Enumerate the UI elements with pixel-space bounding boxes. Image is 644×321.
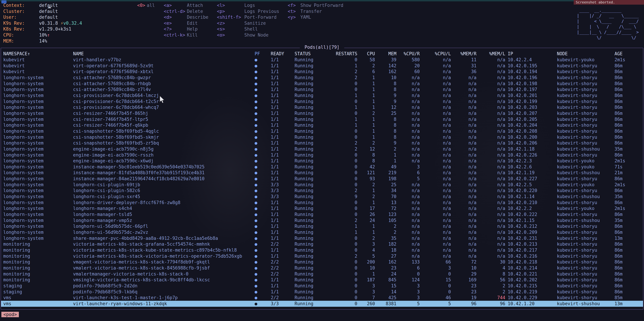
cell-cpuL: n/a (420, 110, 451, 116)
table-row[interactable]: kubevirtvirt-handler-v77bz●1/1Running058… (1, 57, 643, 63)
column-header[interactable]: %CPU/L (420, 51, 451, 57)
menu-item[interactable]: <y>YAML (288, 14, 343, 20)
table-row[interactable]: stagingpodinfo-79db68f5c9-2d2dn●1/1Runni… (1, 283, 643, 289)
menu-key: <shift-f> (217, 14, 244, 20)
cell-mem: 142 (375, 63, 396, 69)
column-header[interactable]: READY (271, 51, 294, 57)
table-row[interactable]: longhorn-systemcsi-attacher-57689cc84b-z… (1, 87, 643, 93)
table-row[interactable]: longhorn-systemlonghorn-csi-plugin-sxr45… (1, 194, 643, 200)
menu-item[interactable]: <shift-f>Port-Forward (217, 14, 279, 20)
cell-node: kubevirt-shoryu (557, 93, 614, 99)
cell-restarts: 0 (329, 211, 357, 217)
cell-memR: n/a (451, 110, 476, 116)
table-row[interactable]: longhorn-systemengine-image-ei-acb7590c-… (1, 152, 643, 158)
cell-cpu: 8 (357, 158, 375, 164)
table-row[interactable]: longhorn-systeminstance-manager-81fd5a40… (1, 170, 643, 176)
table-row[interactable]: longhorn-systemcsi-provisioner-6c78dcb66… (1, 93, 643, 99)
table-row[interactable]: longhorn-systemlonghorn-csi-plugin-582c6… (1, 188, 643, 194)
column-header[interactable]: CPU (357, 51, 375, 57)
cell-cpu: 1 (357, 75, 375, 81)
table-row[interactable]: longhorn-systemlonghorn-csi-plugin-69tjb… (1, 182, 643, 188)
cell-mem: 8 (375, 122, 396, 128)
cell-age: 35m (614, 194, 643, 200)
menu-item[interactable]: <s>Shell (217, 26, 279, 32)
menu-item[interactable]: <t>Transfer (288, 9, 343, 15)
table-row[interactable]: longhorn-systemlonghorn-ui-56d9b575dc-zw… (1, 229, 643, 235)
table-row[interactable]: longhorn-systemcsi-attacher-57689cc84b-g… (1, 75, 643, 81)
breadcrumb-pod[interactable]: <pod> (1, 312, 19, 317)
menu-label: Kill (187, 33, 198, 38)
cell-ns: longhorn-system (3, 116, 73, 122)
menu-item[interactable]: <a>Attach (164, 3, 208, 9)
table-row[interactable]: monitoringvictoria-metrics-k8s-stack-gra… (1, 241, 643, 247)
menu-item[interactable]: <l>Logs (217, 3, 279, 9)
cell-memL: n/a (476, 128, 505, 134)
cell-mem: 12 (375, 104, 396, 110)
menu-item[interactable]: <e>Edit (164, 20, 208, 26)
cell-cpuR: 3 (396, 283, 420, 289)
table-row[interactable]: longhorn-systemcsi-resizer-7466f7b45f-lt… (1, 116, 643, 122)
table-row[interactable]: longhorn-systeminstance-manager-84ae2159… (1, 176, 643, 182)
menu-item[interactable]: <ctrl-d>Delete (164, 9, 208, 15)
table-row[interactable]: vmsvirt-launcher-ryan-windows-11-zkdqk●3… (1, 301, 643, 307)
table-row[interactable]: longhorn-systemcsi-snapshotter-58bf69fbd… (1, 140, 643, 146)
table-row[interactable]: longhorn-systemengine-image-ei-acb7590c-… (1, 146, 643, 152)
menu-item[interactable]: <o>Show Node (217, 32, 279, 38)
table-row[interactable]: longhorn-systeminstance-manager-5bc01eeb… (1, 164, 643, 170)
column-header[interactable]: %CPU/R (396, 51, 420, 57)
menu-item[interactable]: <p>Logs Previous (217, 9, 279, 15)
table-row[interactable]: longhorn-systemlonghorn-ui-56d9b575dc-66… (1, 223, 643, 229)
cell-age: 35m (614, 146, 643, 152)
table-row[interactable]: longhorn-systemcsi-resizer-7466f7b45f-q6… (1, 122, 643, 128)
table-row[interactable]: longhorn-systemengine-image-ei-acb7590c-… (1, 158, 643, 164)
column-header[interactable]: %MEM/L (476, 51, 505, 57)
menu-item[interactable]: <z>Sanitize (217, 20, 279, 26)
table-row[interactable]: monitoringvmalertmanager-victoria-metric… (1, 271, 643, 277)
table-row[interactable]: longhorn-systemlonghorn-manager-vmp5z●1/… (1, 217, 643, 223)
menu-item[interactable]: <f>Show PortForward (288, 3, 343, 9)
table-row[interactable]: longhorn-systemlonghorn-driver-deployer-… (1, 200, 643, 206)
column-header[interactable]: NODE (557, 51, 614, 57)
cell-cpuL: n/a (420, 104, 451, 110)
column-header[interactable]: IP (505, 51, 557, 57)
table-row[interactable]: monitoringvictoria-metrics-k8s-stack-vic… (1, 253, 643, 259)
column-header[interactable]: %MEM/R (451, 51, 476, 57)
table-row[interactable]: longhorn-systemcsi-provisioner-6c78dcb66… (1, 99, 643, 105)
table-row[interactable]: monitoringvmsingle-victoria-metrics-k8s-… (1, 277, 643, 283)
menu-item[interactable]: <?>Help (164, 26, 208, 32)
column-header[interactable]: NAME (73, 51, 254, 57)
table-row[interactable]: longhorn-systemshare-manager-pvc-4bbd842… (1, 235, 643, 241)
column-header[interactable]: MEM (375, 51, 396, 57)
table-row[interactable]: vmsvirt-launcher-k3s-test-1-master-1-j6p… (1, 295, 643, 301)
cell-memL: n/a (476, 57, 505, 63)
table-row[interactable]: longhorn-systemcsi-snapshotter-58bf69fbd… (1, 128, 643, 134)
cell-memL: n/a (476, 116, 505, 122)
table-row[interactable]: kubevirtvirt-operator-6776f5689d-xbtxl●1… (1, 69, 643, 75)
table-row[interactable]: longhorn-systemcsi-attacher-57689cc84b-r… (1, 81, 643, 87)
cell-ip: 10.42.0.231 (505, 235, 557, 241)
cell-restarts: 0 (329, 170, 357, 176)
menu-item[interactable]: <d>Describe (164, 14, 208, 20)
column-header[interactable]: AGE (614, 51, 643, 57)
table-row[interactable]: longhorn-systemlonghorn-manager-s4ch4●1/… (1, 205, 643, 211)
table-row[interactable]: longhorn-systemcsi-snapshotter-58bf69fbd… (1, 134, 643, 140)
column-header[interactable]: STATUS (294, 51, 329, 57)
column-header[interactable]: RESTARTS (329, 51, 357, 57)
column-header[interactable]: NAMESPACE↑ (3, 51, 73, 57)
menu-item[interactable]: <ctrl-k>Kill (164, 32, 208, 38)
table-row[interactable]: kubevirtvirt-operator-6776f5689d-5zx9t●1… (1, 63, 643, 69)
table-row[interactable]: monitoringvictoria-metrics-k8s-stack-kub… (1, 247, 643, 253)
table-row[interactable]: longhorn-systemcsi-resizer-7466f7b45f-86… (1, 110, 643, 116)
table-row[interactable]: monitoringvmagent-victoria-metrics-k8s-s… (1, 259, 643, 265)
cell-node: kubevirt-shoryu (557, 87, 614, 93)
column-header[interactable]: PF (254, 51, 271, 57)
menu-item[interactable]: <0>all (137, 3, 155, 9)
table-row[interactable]: monitoringvmalert-victoria-metrics-k8s-s… (1, 265, 643, 271)
table-row[interactable]: longhorn-systemcsi-provisioner-6c78dcb66… (1, 104, 643, 110)
table-row[interactable]: stagingpodinfo-79db68f5c9-lkb6q●1/1Runni… (1, 289, 643, 295)
cell-node: kubevirt-shoryu (557, 289, 614, 295)
cell-restarts: 0 (329, 301, 357, 307)
table-row[interactable]: longhorn-systemlonghorn-manager-tsld5●1/… (1, 211, 643, 217)
cell-restarts: 2 (329, 75, 357, 81)
cell-pf: ● (254, 93, 271, 99)
